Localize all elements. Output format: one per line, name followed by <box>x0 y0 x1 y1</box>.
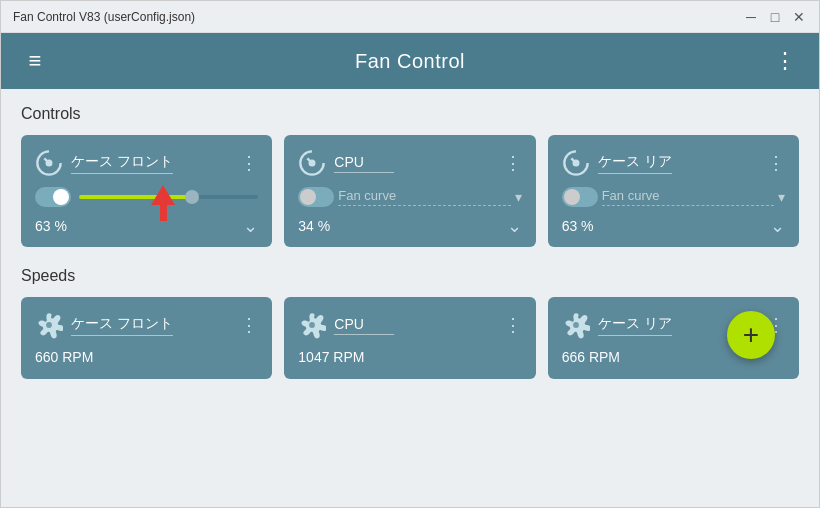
close-button[interactable]: ✕ <box>791 9 807 25</box>
title-bar-buttons: ─ □ ✕ <box>743 9 807 25</box>
speeds-cards-row: ケース フロント ⋮ 660 RPM CPU <box>21 297 799 379</box>
card-footer: 63 % ⌄ <box>35 215 258 237</box>
arrow-annotation <box>151 185 175 221</box>
case-rear-expand[interactable]: ⌄ <box>770 215 785 237</box>
toggle-thumb <box>300 189 316 205</box>
card-header: ケース フロント ⋮ <box>35 149 258 177</box>
cpu-rpm: 1047 RPM <box>298 349 521 365</box>
dropdown-row: Fan curve ▾ <box>562 187 785 207</box>
cpu-control-card: CPU ⋮ Fan curve ▾ 34 % ⌄ <box>284 135 535 247</box>
minimize-button[interactable]: ─ <box>743 9 759 25</box>
main-content: Controls ケース フロント ⋮ <box>1 89 819 507</box>
dropdown-row: Fan curve ▾ <box>298 187 521 207</box>
card-header: CPU ⋮ <box>298 149 521 177</box>
cpu-control-more[interactable]: ⋮ <box>504 154 522 172</box>
fan-icon <box>298 311 326 339</box>
case-rear-dropdown-arrow[interactable]: ▾ <box>778 189 785 205</box>
case-front-toggle[interactable] <box>35 187 71 207</box>
fan-icon <box>562 311 590 339</box>
case-front-expand[interactable]: ⌄ <box>243 215 258 237</box>
case-front-control-card: ケース フロント ⋮ <box>21 135 272 247</box>
speedometer-icon <box>298 149 326 177</box>
card-header-left: ケース リア <box>562 149 672 177</box>
case-rear-percent: 63 % <box>562 218 594 234</box>
content-wrapper: Controls ケース フロント ⋮ <box>21 105 799 379</box>
app-window: Fan Control V83 (userConfig.json) ─ □ ✕ … <box>0 0 820 508</box>
case-rear-fan-curve-label: Fan curve <box>602 188 774 206</box>
case-rear-control-more[interactable]: ⋮ <box>767 154 785 172</box>
controls-section-title: Controls <box>21 105 799 123</box>
cpu-dropdown-arrow[interactable]: ▾ <box>515 189 522 205</box>
case-front-control-more[interactable]: ⋮ <box>240 154 258 172</box>
title-bar-text: Fan Control V83 (userConfig.json) <box>13 10 195 24</box>
toggle-thumb <box>564 189 580 205</box>
menu-icon[interactable]: ≡ <box>17 43 53 79</box>
cpu-fan-curve-label: Fan curve <box>338 188 510 206</box>
first-card-body <box>35 187 258 207</box>
control-row <box>35 187 258 207</box>
maximize-button[interactable]: □ <box>767 9 783 25</box>
card-footer: 63 % ⌄ <box>562 215 785 237</box>
arrow-stem <box>160 205 167 221</box>
app-header: ≡ Fan Control ⋮ <box>1 33 819 89</box>
case-front-speed-name: ケース フロント <box>71 315 173 336</box>
cpu-speed-more[interactable]: ⋮ <box>504 316 522 334</box>
speed-card-header: CPU ⋮ <box>298 311 521 339</box>
speedometer-icon <box>562 149 590 177</box>
speed-card-header: ケース フロント ⋮ <box>35 311 258 339</box>
toggle-thumb <box>53 189 69 205</box>
card-header-left: CPU <box>298 149 394 177</box>
speedometer-icon <box>35 149 63 177</box>
cpu-expand[interactable]: ⌄ <box>507 215 522 237</box>
case-rear-speed-name: ケース リア <box>598 315 672 336</box>
cpu-speed-card: CPU ⋮ 1047 RPM <box>284 297 535 379</box>
slider-thumb[interactable] <box>185 190 199 204</box>
case-front-control-name: ケース フロント <box>71 153 173 174</box>
cpu-percent: 34 % <box>298 218 330 234</box>
card-header: ケース リア ⋮ <box>562 149 785 177</box>
app-title: Fan Control <box>355 50 465 73</box>
case-front-rpm: 660 RPM <box>35 349 258 365</box>
case-rear-control-card: ケース リア ⋮ Fan curve ▾ 63 % ⌄ <box>548 135 799 247</box>
card-header-left: ケース フロント <box>35 149 173 177</box>
case-rear-toggle[interactable] <box>562 187 598 207</box>
add-fab-button[interactable]: + <box>727 311 775 359</box>
case-rear-control-name: ケース リア <box>598 153 672 174</box>
case-front-speed-card: ケース フロント ⋮ 660 RPM <box>21 297 272 379</box>
cpu-control-name: CPU <box>334 154 394 173</box>
speed-card-left: ケース フロント <box>35 311 173 339</box>
slider-fill <box>79 195 192 199</box>
arrow-head <box>151 185 175 205</box>
case-front-percent: 63 % <box>35 218 67 234</box>
svg-point-3 <box>46 322 52 328</box>
cpu-speed-name: CPU <box>334 316 394 335</box>
fan-icon <box>35 311 63 339</box>
title-bar: Fan Control V83 (userConfig.json) ─ □ ✕ <box>1 1 819 33</box>
speeds-section-title: Speeds <box>21 267 799 285</box>
svg-point-4 <box>309 322 315 328</box>
card-footer: 34 % ⌄ <box>298 215 521 237</box>
svg-point-1 <box>310 161 315 166</box>
svg-point-0 <box>47 161 52 166</box>
case-front-speed-more[interactable]: ⋮ <box>240 316 258 334</box>
svg-point-2 <box>573 161 578 166</box>
speed-card-left: ケース リア <box>562 311 672 339</box>
controls-cards-row: ケース フロント ⋮ <box>21 135 799 247</box>
svg-point-5 <box>573 322 579 328</box>
cpu-toggle[interactable] <box>298 187 334 207</box>
speed-card-left: CPU <box>298 311 394 339</box>
header-more-icon[interactable]: ⋮ <box>767 43 803 79</box>
